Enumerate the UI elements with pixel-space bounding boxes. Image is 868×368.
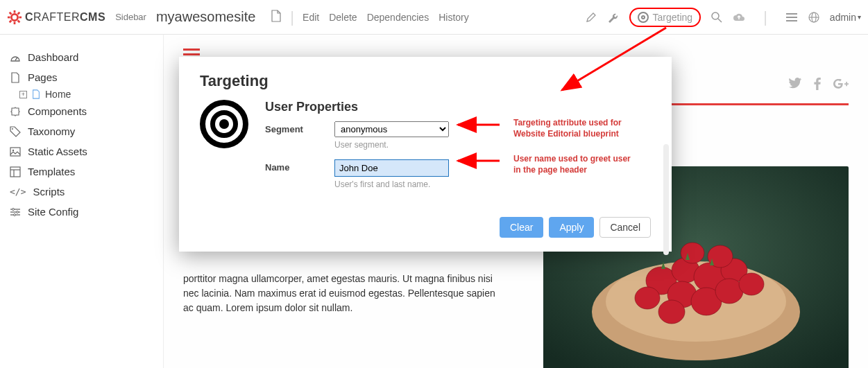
section-title: User Properties <box>265 100 651 114</box>
sidebar-item-pages[interactable]: Pages <box>0 67 163 87</box>
sidebar-item-scripts[interactable]: </> Scripts <box>0 182 163 202</box>
svg-point-42 <box>739 273 764 295</box>
svg-point-28 <box>17 211 19 213</box>
name-label: Name <box>265 159 314 173</box>
target-icon <box>638 12 649 23</box>
action-delete[interactable]: Delete <box>329 12 357 23</box>
search-icon[interactable] <box>710 11 723 24</box>
sidebar: Dashboard Pages + Home Components Taxono… <box>0 35 164 368</box>
sidebar-item-dashboard[interactable]: Dashboard <box>0 47 163 67</box>
cloud-upload-icon[interactable] <box>733 11 745 24</box>
sidebar-label: Site Config <box>28 206 78 218</box>
site-name: myawesomesite <box>156 9 255 25</box>
action-history[interactable]: History <box>439 12 469 23</box>
template-icon <box>10 166 21 177</box>
puzzle-icon <box>10 106 21 117</box>
gear-icon <box>7 10 22 25</box>
segment-hint: User segment. <box>334 140 651 150</box>
svg-point-40 <box>658 300 685 324</box>
wrench-icon[interactable] <box>607 11 620 24</box>
facebook-icon[interactable] <box>814 78 821 94</box>
sidebar-item-site-config[interactable]: Site Config <box>0 202 163 222</box>
svg-point-9 <box>712 12 719 19</box>
svg-line-10 <box>718 19 722 22</box>
svg-point-18 <box>12 128 13 130</box>
new-content-icon[interactable] <box>271 10 282 24</box>
svg-point-41 <box>635 287 660 309</box>
page-icon <box>31 89 41 99</box>
divider: | <box>290 8 294 26</box>
sidebar-label: Dashboard <box>28 51 78 63</box>
clear-button[interactable]: Clear <box>500 217 543 238</box>
svg-rect-21 <box>10 167 20 177</box>
svg-line-8 <box>18 12 20 14</box>
twitter-icon[interactable] <box>789 78 801 94</box>
svg-rect-19 <box>10 148 20 156</box>
sidebar-sublabel: Home <box>45 89 71 100</box>
sidebar-item-static-assets[interactable]: Static Assets <box>0 141 163 161</box>
admin-label: admin <box>830 12 856 23</box>
sliders-icon <box>10 207 21 218</box>
sidebar-subitem-home[interactable]: + Home <box>0 87 163 101</box>
sidebar-label: Scripts <box>33 186 65 198</box>
sidebar-label: Pages <box>28 71 58 83</box>
caret-down-icon: ▾ <box>858 13 861 21</box>
action-edit[interactable]: Edit <box>303 12 319 23</box>
sidebar-label: Taxonomy <box>28 125 75 137</box>
social-links <box>789 78 849 94</box>
svg-point-20 <box>12 149 14 150</box>
modal-title: Targeting <box>200 72 651 90</box>
code-icon: </> <box>10 186 26 197</box>
svg-line-7 <box>10 20 12 22</box>
svg-point-43 <box>681 243 704 263</box>
targeting-button[interactable]: Targeting <box>629 8 701 27</box>
page-icon <box>10 72 21 83</box>
sidebar-label: Templates <box>28 166 75 177</box>
pencil-icon[interactable] <box>585 11 597 24</box>
bullseye-icon <box>200 100 248 148</box>
expand-icon[interactable]: + <box>19 91 27 98</box>
annotation-name: User name used to greet user in the page… <box>513 154 631 175</box>
segment-label: Segment <box>265 121 314 134</box>
svg-line-6 <box>18 20 20 22</box>
image-icon <box>10 146 21 157</box>
google-plus-icon[interactable] <box>833 78 849 94</box>
apply-button[interactable]: Apply <box>549 217 594 238</box>
sidebar-label: Static Assets <box>28 146 87 157</box>
right-tools: Targeting | admin▾ <box>585 8 861 27</box>
segment-select[interactable]: anonymous <box>334 121 449 137</box>
svg-point-27 <box>12 208 15 210</box>
sidebar-toggle[interactable]: Sidebar <box>115 12 146 22</box>
svg-point-29 <box>14 213 16 216</box>
logo-text: CRAFTERCMS <box>25 11 105 24</box>
name-hint: User's first and last name. <box>334 179 651 189</box>
admin-menu[interactable]: admin▾ <box>830 12 861 23</box>
sidebar-label: Components <box>28 105 87 117</box>
action-dependencies[interactable]: Dependencies <box>367 12 429 23</box>
tag-icon <box>10 126 21 137</box>
svg-line-17 <box>15 58 17 60</box>
top-actions: Edit Delete Dependencies History <box>303 12 469 23</box>
scrollbar[interactable] <box>663 144 669 255</box>
gauge-icon <box>10 52 21 63</box>
sidebar-item-components[interactable]: Components <box>0 101 163 121</box>
annotation-segment: Targeting attribute used for Website Edi… <box>513 118 638 139</box>
sidebar-item-templates[interactable]: Templates <box>0 161 163 182</box>
menu-lines-icon[interactable] <box>785 11 798 24</box>
svg-point-0 <box>11 14 17 20</box>
top-bar: CRAFTERCMS Sidebar myawesomesite | Edit … <box>0 0 868 35</box>
sidebar-item-taxonomy[interactable]: Taxonomy <box>0 121 163 141</box>
svg-line-5 <box>10 12 12 14</box>
logo[interactable]: CRAFTERCMS <box>7 10 105 25</box>
divider: | <box>763 8 767 26</box>
name-input[interactable] <box>334 159 449 177</box>
cancel-button[interactable]: Cancel <box>599 217 651 238</box>
targeting-label: Targeting <box>653 12 693 23</box>
globe-icon[interactable] <box>808 11 820 24</box>
